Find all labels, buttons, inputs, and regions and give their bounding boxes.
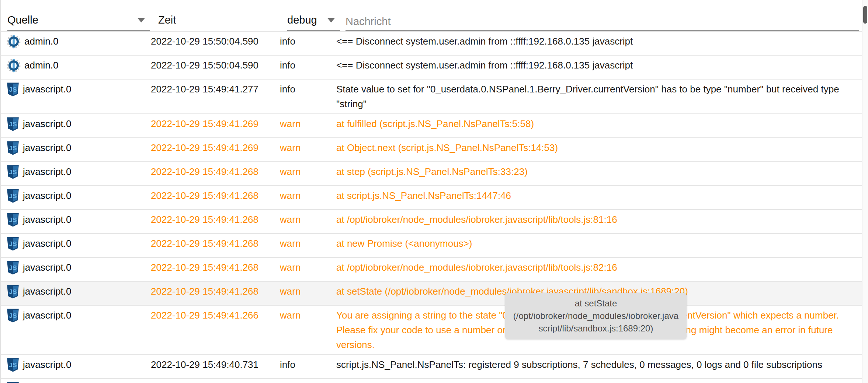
log-severity-cell: info <box>280 58 336 73</box>
log-source-label: admin.0 <box>24 34 59 49</box>
log-source-label: javascript.0 <box>23 116 72 131</box>
log-row[interactable]: JS javascript.0 2022-10-29 15:49:41.269 … <box>1 138 868 162</box>
log-severity-cell: warn <box>280 164 336 179</box>
log-row[interactable]: admin.0 2022-10-29 15:50:04.590 info <==… <box>1 56 868 80</box>
chevron-down-icon <box>138 18 145 22</box>
log-source-label: admin.0 <box>24 58 59 73</box>
log-source-cell: JS javascript.0 <box>1 260 151 279</box>
svg-text:JS: JS <box>9 240 17 247</box>
log-message-cell: <== Disconnect system.user.admin from ::… <box>336 58 868 73</box>
source-filter-label: Quelle <box>7 14 38 26</box>
log-row[interactable]: JS javascript.0 2022-10-29 15:49:41.268 … <box>1 210 868 234</box>
log-row[interactable]: JS javascript.0 2022-10-29 15:49:41.268 … <box>1 282 868 306</box>
vertical-scrollbar-thumb[interactable] <box>863 6 867 24</box>
javascript-adapter-icon: JS <box>7 213 19 231</box>
log-source-cell: JS javascript.0 <box>1 357 151 376</box>
log-time-cell: 2022-10-29 15:50:04.590 <box>151 58 280 73</box>
log-row[interactable]: JS javascript.0 2022-10-29 15:49:40.659 … <box>1 379 868 383</box>
log-row[interactable]: JS javascript.0 2022-10-29 15:49:41.268 … <box>1 234 868 258</box>
javascript-adapter-icon: JS <box>7 141 19 159</box>
vertical-scrollbar-track[interactable] <box>862 0 868 383</box>
svg-text:JS: JS <box>9 120 17 128</box>
log-time-cell: 2022-10-29 15:49:41.268 <box>151 212 280 227</box>
log-severity-cell: warn <box>280 260 336 275</box>
log-time-cell: 2022-10-29 15:49:40.659 <box>151 381 280 383</box>
severity-filter-select[interactable]: debug <box>287 14 340 31</box>
log-viewer: Quelle Zeit debug <box>0 0 868 383</box>
log-row[interactable]: JS javascript.0 2022-10-29 15:49:41.268 … <box>1 186 868 210</box>
log-time-cell: 2022-10-29 15:49:41.269 <box>151 116 280 131</box>
log-time-cell: 2022-10-29 15:49:41.268 <box>151 260 280 275</box>
svg-text:JS: JS <box>9 288 17 295</box>
log-source-label: javascript.0 <box>23 260 72 275</box>
log-table-header: Quelle Zeit debug <box>1 0 868 32</box>
log-row[interactable]: JS javascript.0 2022-10-29 15:49:40.731 … <box>1 355 868 379</box>
log-source-label: javascript.0 <box>23 381 72 383</box>
log-source-label: javascript.0 <box>23 212 72 227</box>
log-source-label: javascript.0 <box>23 82 72 96</box>
log-row[interactable]: JS javascript.0 2022-10-29 15:49:41.269 … <box>1 114 868 138</box>
log-message-cell: script.js.NS_Panel.NsPanelTs: source cod… <box>336 381 868 383</box>
log-source-cell: JS javascript.0 <box>1 164 151 183</box>
message-filter-input[interactable] <box>346 15 859 28</box>
log-source-cell: JS javascript.0 <box>1 188 151 207</box>
svg-text:JS: JS <box>9 144 17 152</box>
svg-text:JS: JS <box>9 192 17 200</box>
log-message-cell: State value to set for "0_userdata.0.NSP… <box>336 82 868 111</box>
log-severity-cell: warn <box>280 236 336 251</box>
javascript-adapter-icon: JS <box>7 285 19 303</box>
javascript-adapter-icon: JS <box>7 309 19 327</box>
log-time-cell: 2022-10-29 15:49:41.268 <box>151 236 280 251</box>
svg-text:JS: JS <box>9 361 17 369</box>
log-time-cell: 2022-10-29 15:50:04.590 <box>151 34 280 49</box>
log-severity-cell: warn <box>280 188 336 203</box>
svg-text:JS: JS <box>9 264 17 271</box>
log-time-cell: 2022-10-29 15:49:41.269 <box>151 140 280 155</box>
log-row[interactable]: JS javascript.0 2022-10-29 15:49:41.268 … <box>1 162 868 186</box>
log-row[interactable]: JS javascript.0 2022-10-29 15:49:41.266 … <box>1 306 868 355</box>
javascript-adapter-icon: JS <box>7 82 19 101</box>
svg-text:JS: JS <box>9 216 17 224</box>
log-source-label: javascript.0 <box>23 188 72 203</box>
svg-text:JS: JS <box>9 168 17 176</box>
time-column-header: Zeit <box>158 14 287 31</box>
javascript-adapter-icon: JS <box>7 237 19 255</box>
severity-filter-value: debug <box>287 14 317 26</box>
javascript-adapter-icon: JS <box>7 189 19 207</box>
log-severity-cell: info <box>280 82 336 96</box>
log-row[interactable]: JS javascript.0 2022-10-29 15:49:41.277 … <box>1 80 868 114</box>
log-severity-cell: warn <box>280 212 336 227</box>
log-row[interactable]: admin.0 2022-10-29 15:50:04.590 info <==… <box>1 32 868 56</box>
log-row-list: admin.0 2022-10-29 15:50:04.590 info <==… <box>1 32 868 383</box>
stacktrace-tooltip: at setState (/opt/iobroker/node_modules/… <box>505 293 687 339</box>
log-time-cell: 2022-10-29 15:49:41.266 <box>151 308 280 323</box>
log-source-label: javascript.0 <box>23 164 72 179</box>
log-source-cell: JS javascript.0 <box>1 381 151 383</box>
log-severity-cell: warn <box>280 308 336 323</box>
log-source-cell: JS javascript.0 <box>1 116 151 135</box>
svg-text:JS: JS <box>9 86 17 93</box>
log-message-cell: at /opt/iobroker/node_modules/iobroker.j… <box>336 260 868 275</box>
log-source-label: javascript.0 <box>23 357 72 372</box>
svg-text:JS: JS <box>9 312 17 319</box>
log-source-cell: admin.0 <box>1 58 151 77</box>
log-source-label: javascript.0 <box>23 140 72 155</box>
stacktrace-tooltip-text: at setState (/opt/iobroker/node_modules/… <box>513 298 678 333</box>
log-source-cell: JS javascript.0 <box>1 82 151 101</box>
log-message-cell: at fulfilled (script.js.NS_Panel.NsPanel… <box>336 116 868 131</box>
admin-adapter-icon <box>7 35 21 53</box>
source-filter-select[interactable]: Quelle <box>7 14 150 31</box>
time-column-label: Zeit <box>158 14 176 26</box>
log-message-cell: at /opt/iobroker/node_modules/iobroker.j… <box>336 212 868 227</box>
log-severity-cell: warn <box>280 284 336 299</box>
log-source-label: javascript.0 <box>23 284 72 299</box>
log-source-cell: JS javascript.0 <box>1 212 151 231</box>
log-severity-cell: info <box>280 34 336 49</box>
log-source-cell: admin.0 <box>1 34 151 53</box>
log-row[interactable]: JS javascript.0 2022-10-29 15:49:41.268 … <box>1 258 868 282</box>
chevron-down-icon <box>327 18 335 22</box>
log-source-cell: JS javascript.0 <box>1 236 151 255</box>
log-time-cell: 2022-10-29 15:49:41.268 <box>151 284 280 299</box>
log-source-label: javascript.0 <box>23 308 72 323</box>
log-time-cell: 2022-10-29 15:49:40.731 <box>151 357 280 372</box>
